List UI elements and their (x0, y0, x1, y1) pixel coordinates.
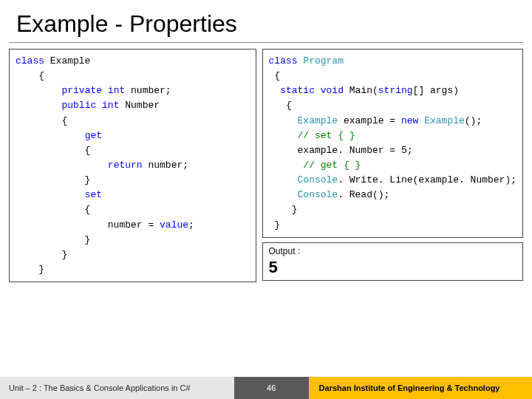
code-line: { (16, 145, 90, 156)
code-line: { (269, 100, 292, 111)
code-token: . Read(); (338, 189, 389, 200)
code-token: value (160, 219, 188, 231)
code-line: { (16, 70, 44, 81)
code-comment: // set { } (298, 130, 355, 141)
divider (9, 42, 523, 43)
code-token: Program (303, 55, 344, 66)
code-token: (); (465, 115, 482, 126)
slide-title: Example - Properties (0, 0, 532, 42)
code-line: } (16, 249, 67, 260)
code-token: Console (298, 174, 338, 185)
code-token (315, 85, 321, 96)
code-line: } (269, 219, 281, 231)
code-line: example. Number = 5; (269, 145, 413, 156)
code-token: number; (143, 160, 188, 171)
code-token: ; (188, 219, 194, 231)
code-box-left: class Example { private int number; publ… (9, 49, 256, 282)
left-column: class Example { private int number; publ… (9, 49, 256, 282)
code-token (96, 100, 102, 111)
footer-unit: Unit – 2 : The Basics & Console Applicat… (0, 377, 234, 399)
code-token: example = (338, 115, 401, 126)
code-token (16, 85, 61, 96)
code-token: void (321, 85, 344, 96)
code-token (269, 160, 304, 171)
code-token (269, 189, 298, 200)
code-token: Number (119, 100, 160, 111)
code-token: class (16, 55, 44, 66)
code-token (269, 85, 281, 96)
code-token: set (85, 189, 102, 200)
code-token: [] args) (413, 85, 459, 96)
code-line: } (16, 234, 90, 245)
code-token (269, 130, 298, 141)
code-line: } (16, 264, 44, 275)
code-token: class (269, 55, 298, 66)
code-token (16, 100, 61, 111)
content-columns: class Example { private int number; publ… (0, 49, 532, 282)
code-token: new (401, 115, 418, 126)
code-token: get (85, 130, 102, 141)
footer-institute: Darshan Institute of Engineering & Techn… (309, 377, 532, 399)
code-token: Example (44, 55, 90, 66)
code-token: number; (125, 85, 171, 96)
code-line: } (269, 204, 298, 215)
code-token: return (108, 160, 143, 171)
code-comment: // get { } (303, 160, 361, 171)
code-box-right: class Program { static void Main(string[… (262, 49, 523, 238)
code-token (16, 189, 85, 200)
code-token: private (61, 85, 102, 96)
code-line: { (269, 70, 281, 81)
code-token: static (280, 85, 315, 96)
code-token: Main( (344, 85, 378, 96)
code-line: { (16, 115, 67, 126)
code-token (16, 160, 108, 171)
footer: Unit – 2 : The Basics & Console Applicat… (0, 377, 532, 399)
code-token: number = (16, 219, 160, 231)
code-line: } (16, 174, 90, 185)
code-line: { (16, 204, 90, 215)
code-token (269, 115, 298, 126)
output-box: Output : 5 (262, 242, 523, 281)
code-token: Example (298, 115, 338, 126)
code-token (16, 130, 85, 141)
code-token: Console (298, 189, 338, 200)
footer-page-number: 46 (234, 377, 309, 399)
output-label: Output : (269, 246, 516, 256)
code-token: Example (424, 115, 465, 126)
code-token: string (378, 85, 413, 96)
code-token (269, 174, 298, 185)
right-column: class Program { static void Main(string[… (262, 49, 523, 282)
code-token: public (61, 100, 96, 111)
code-token (102, 85, 108, 96)
code-token: int (102, 100, 119, 111)
code-token: . Write. Line(example. Number); (338, 174, 516, 185)
code-token: int (108, 85, 125, 96)
output-value: 5 (269, 256, 516, 277)
